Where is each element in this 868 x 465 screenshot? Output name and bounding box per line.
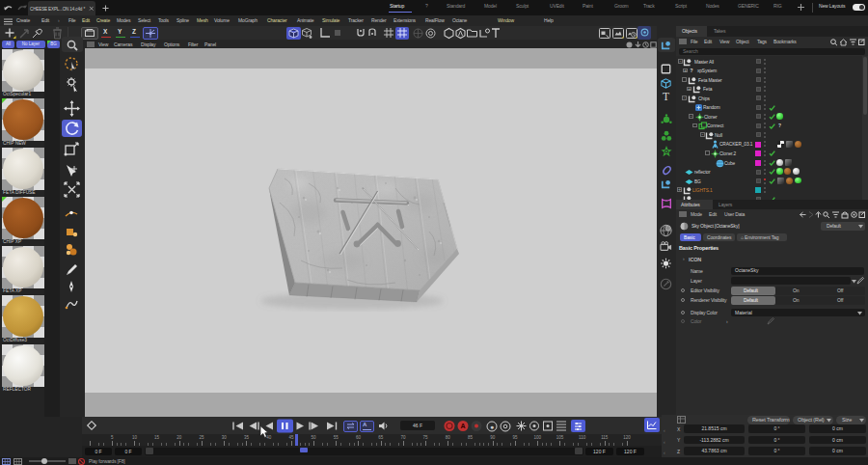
svg-text:A: A <box>460 423 465 429</box>
svg-text:●: ● <box>490 423 494 429</box>
